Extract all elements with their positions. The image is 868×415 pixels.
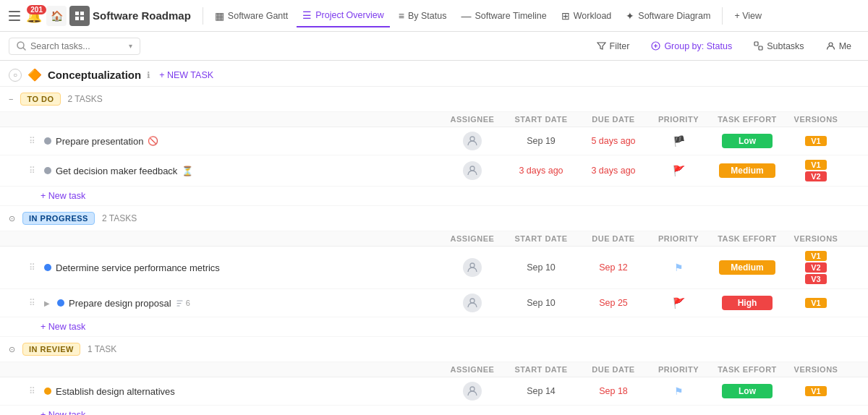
effort-badge: Medium xyxy=(719,163,775,178)
search-dropdown-icon[interactable]: ▾ xyxy=(129,42,132,50)
task-assignee xyxy=(440,382,505,401)
version-badge-v2[interactable]: V2 xyxy=(805,171,826,181)
version-badge-v1[interactable]: V1 xyxy=(805,386,826,396)
drag-handle-icon[interactable]: ⠿ xyxy=(29,166,35,176)
svg-line-4 xyxy=(23,48,25,50)
drag-handle-icon[interactable]: ⠿ xyxy=(29,386,35,396)
task-status-dot xyxy=(57,299,64,307)
task-name-label[interactable]: Establish design alternatives xyxy=(56,386,175,397)
diagram-icon: ✦ xyxy=(626,10,634,22)
version-badge-v3[interactable]: V3 xyxy=(805,274,826,284)
todo-new-task-link[interactable]: + New task xyxy=(0,187,868,206)
tab-by-status[interactable]: ≡ By Status xyxy=(393,4,453,27)
task-due-date: Sep 12 xyxy=(577,262,650,273)
assignee-avatar[interactable] xyxy=(463,132,482,150)
inprogress-new-task-link[interactable]: + New task xyxy=(0,317,868,337)
timeline-icon: — xyxy=(461,10,471,22)
group-by-button[interactable]: Group by: Status xyxy=(643,38,740,55)
task-row: ⠿ Get decision maker feedback ⏳ 3 days a… xyxy=(0,155,868,187)
task-name-label[interactable]: Prepare design proposal xyxy=(69,298,171,309)
task-name-label[interactable]: Prepare presentation xyxy=(56,136,143,147)
me-button[interactable]: Me xyxy=(818,38,859,55)
task-effort[interactable]: Medium xyxy=(707,163,787,178)
group-todo-count: 2 TASKS xyxy=(68,94,103,104)
effort-badge: Low xyxy=(722,134,773,148)
col-effort-header: TASK EFFORT xyxy=(707,115,787,124)
svg-point-13 xyxy=(470,387,475,391)
col-effort-header: TASK EFFORT xyxy=(707,365,787,374)
version-badge-v1[interactable]: V1 xyxy=(805,136,826,146)
task-effort[interactable]: Low xyxy=(707,384,787,398)
hamburger-icon[interactable] xyxy=(6,7,23,25)
assignee-avatar[interactable] xyxy=(463,258,482,277)
inreview-new-task-link[interactable]: + New task xyxy=(0,406,868,415)
tab-workload[interactable]: ⊞ Workload xyxy=(556,4,618,27)
version-badge-v2[interactable]: V2 xyxy=(805,262,826,273)
tab-software-diagram[interactable]: ✦ Software Diagram xyxy=(620,4,716,27)
tab-project-overview[interactable]: ☰ Project Overview xyxy=(297,4,389,27)
subtasks-button[interactable]: Subtasks xyxy=(746,38,812,55)
task-versions: V1 xyxy=(787,136,845,146)
subtask-icon xyxy=(176,299,184,307)
inreview-col-headers: ASSIGNEE START DATE DUE DATE PRIORITY TA… xyxy=(0,362,868,377)
task-name-label[interactable]: Determine service performance metrics xyxy=(56,262,220,273)
section-info-icon[interactable]: ℹ xyxy=(147,70,150,80)
group-inprogress-header[interactable]: ⊙ IN PROGRESS 2 TASKS xyxy=(0,206,868,231)
add-view-button[interactable]: + View xyxy=(728,8,767,24)
drag-handle-icon[interactable]: ⠿ xyxy=(29,262,35,273)
assignee-avatar[interactable] xyxy=(463,294,482,312)
group-inreview-count: 1 TASK xyxy=(88,344,116,354)
task-effort[interactable]: Medium xyxy=(707,260,787,275)
assignee-avatar[interactable] xyxy=(463,161,482,180)
task-versions: V1 xyxy=(787,298,845,308)
task-row: ⠿ Prepare presentation 🚫 Sep 19 5 days a… xyxy=(0,127,868,155)
group-todo-toggle[interactable]: − xyxy=(9,95,13,103)
col-start-header: START DATE xyxy=(505,234,577,243)
task-effort[interactable]: Low xyxy=(707,134,787,148)
notification-badge[interactable]: 🔔 201 xyxy=(26,8,42,24)
search-box[interactable]: ▾ xyxy=(9,38,140,55)
col-versions-header: VERSIONS xyxy=(787,234,845,243)
home-icon[interactable]: 🏠 xyxy=(46,6,67,26)
task-name-label[interactable]: Get decision maker feedback xyxy=(56,166,177,176)
col-assignee-header: ASSIGNEE xyxy=(440,365,505,374)
task-name-cell: ⠿ Get decision maker feedback ⏳ xyxy=(29,166,440,176)
version-badge-v1[interactable]: V1 xyxy=(805,251,826,261)
assignee-avatar[interactable] xyxy=(463,382,482,401)
filter-button[interactable]: Filter xyxy=(589,38,638,55)
group-inprogress-toggle[interactable]: ⊙ xyxy=(9,214,15,223)
expand-icon[interactable]: ▶ xyxy=(44,299,50,307)
pending-icon[interactable]: ⏳ xyxy=(182,166,193,176)
toolbar: ▾ Filter Group by: Status Subtasks Me xyxy=(0,32,868,61)
svg-rect-0 xyxy=(9,11,20,12)
svg-rect-2 xyxy=(9,20,20,21)
group-inreview-toggle[interactable]: ⊙ xyxy=(9,345,15,354)
col-start-header: START DATE xyxy=(505,115,577,124)
subtask-count[interactable]: 6 xyxy=(176,299,190,307)
tab-software-timeline[interactable]: — Software Timeline xyxy=(455,4,552,27)
group-inreview-header[interactable]: ⊙ IN REVIEW 1 TASK xyxy=(0,337,868,362)
task-due-date: 3 days ago xyxy=(577,166,650,176)
group-todo-badge: TO DO xyxy=(20,93,60,106)
version-badge-v1[interactable]: V1 xyxy=(805,160,826,170)
col-priority-header: PRIORITY xyxy=(650,365,707,374)
task-status-dot xyxy=(44,167,51,174)
group-todo-header[interactable]: − TO DO 2 TASKS xyxy=(0,87,868,112)
section-new-task-link[interactable]: + NEW TASK xyxy=(159,70,213,80)
drag-handle-icon[interactable]: ⠿ xyxy=(29,136,35,146)
task-start-date: Sep 14 xyxy=(505,386,577,396)
main-content: ○ 🔶 Conceptualization ℹ + NEW TASK − TO … xyxy=(0,61,868,415)
section-icon: 🔶 xyxy=(27,68,42,82)
version-badge-v1[interactable]: V1 xyxy=(805,298,826,308)
app-icon[interactable] xyxy=(69,6,90,26)
group-inreview-badge: IN REVIEW xyxy=(22,343,80,356)
task-assignee xyxy=(440,132,505,150)
drag-handle-icon[interactable]: ⠿ xyxy=(29,298,35,308)
search-input[interactable] xyxy=(30,41,124,51)
block-icon[interactable]: 🚫 xyxy=(148,136,158,146)
section-collapse-toggle[interactable]: ○ xyxy=(9,69,22,82)
task-effort[interactable]: High xyxy=(707,296,787,310)
tab-software-gantt[interactable]: ▦ Software Gantt xyxy=(209,4,294,27)
section-header: ○ 🔶 Conceptualization ℹ + NEW TASK xyxy=(0,61,868,87)
group-todo: − TO DO 2 TASKS ASSIGNEE START DATE DUE … xyxy=(0,87,868,206)
